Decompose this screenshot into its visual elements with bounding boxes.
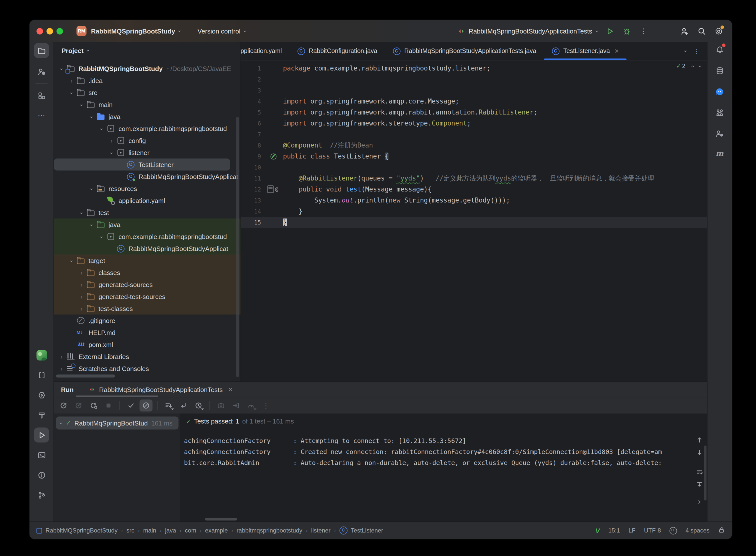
rerun-failed-tests-button[interactable] [72,399,85,412]
encoding-widget[interactable]: UTF-8 [644,527,661,534]
chevron-right-icon[interactable]: › [76,281,87,288]
scroll-up-button[interactable] [695,436,704,445]
tree-row[interactable]: HELP.md [54,326,241,339]
breadcrumb-item[interactable]: rabbitmqspringbootstudy [237,527,302,534]
tree-row[interactable]: TestListener [54,159,230,171]
tree-row[interactable]: ›java [54,218,241,231]
inspections-widget[interactable]: ✓2 › › [676,63,701,69]
breadcrumb-item[interactable]: RabbitMQSpringBootStudy [45,527,117,534]
breadcrumb-item[interactable]: main [143,527,156,534]
structure-tool-button[interactable] [34,88,49,103]
tree-row[interactable]: ›listener [54,146,241,159]
breadcrumb-item[interactable]: TestListener [351,527,383,534]
code-line[interactable]: 14 } [241,206,707,217]
code-line[interactable]: 6import org.springframework.stereotype.C… [241,118,707,129]
tree-row[interactable]: application.yaml [54,195,241,207]
sort-alphabetically-button[interactable] [162,399,175,412]
inspections-face-icon[interactable] [669,527,677,534]
console-horizontal-scrollbar[interactable] [205,518,237,521]
chevron-right-icon[interactable]: › [57,365,67,372]
close-window-button[interactable] [36,28,43,34]
run-console[interactable]: ✓ Tests passed: 1 of 1 test – 161 ms ach… [181,414,707,522]
database-tool-button[interactable] [712,63,727,78]
previous-problem-button[interactable]: › [689,65,695,67]
chevron-down-icon[interactable]: › [76,101,87,108]
chevron-down-icon[interactable]: › [87,221,97,228]
code-line[interactable]: 5import org.springframework.amqp.rabbit.… [241,107,707,118]
chevron-right-icon[interactable]: › [76,305,87,312]
editor-tab[interactable]: RabbitMqSpringBootStudyApplicationTests.… [385,42,544,60]
test-history-gauge-button[interactable] [244,399,257,412]
sort-by-duration-button[interactable] [192,399,205,412]
chevron-down-icon[interactable]: › [57,65,67,72]
gradle-tool-button[interactable] [712,105,727,120]
readonly-lock-icon[interactable] [718,526,725,535]
chevron-right-icon[interactable]: › [57,353,67,360]
tree-row[interactable]: ›com.example.rabbitmqspringbootstud [54,231,241,243]
chevron-down-icon[interactable]: › [106,149,116,156]
chevron-down-icon[interactable]: › [97,125,106,132]
breadcrumb-item[interactable]: listener [311,527,331,534]
code-line[interactable]: 12@ public void test(Message message){ [241,184,707,195]
code-line[interactable]: 1package com.example.rabbitmqspringboots… [241,63,707,74]
tree-row[interactable]: ›target [54,254,241,267]
code-editor[interactable]: 1package com.example.rabbitmqspringboots… [241,61,707,382]
tree-row[interactable]: ›main [54,99,241,110]
vim-mode-widget[interactable]: V [595,527,600,534]
tree-row[interactable]: ›classes [54,267,241,278]
chevron-right-icon[interactable]: › [67,77,76,84]
code-line[interactable]: 10 [241,162,707,173]
console-vertical-scrollbar[interactable] [704,446,707,500]
line-separator-widget[interactable]: LF [628,527,635,534]
zoom-window-button[interactable] [57,28,63,34]
editor-tab[interactable]: RabbitConfiguration.java [289,42,385,60]
run-tab-scrollbar[interactable] [76,395,158,397]
tree-row[interactable]: ›RabbitMQSpringBootStudy~/Desktop/CS/Jav… [54,63,241,74]
more-tools-button[interactable]: ⋯ [34,108,49,123]
notifications-button[interactable] [712,42,727,57]
ai-assistant-tool-button[interactable] [712,84,727,99]
tree-row[interactable]: ›.idea [54,74,241,86]
rabbit-listener-gutter-icon[interactable]: @ [268,185,278,193]
search-everywhere-button[interactable] [695,25,708,37]
show-passed-button[interactable] [125,399,137,412]
close-tab-icon[interactable]: ✕ [614,48,619,54]
code-line[interactable]: 15} [241,217,707,228]
more-actions-button[interactable]: ⋮ [637,25,650,37]
chevron-down-icon[interactable]: › [87,113,97,120]
test-suite-row[interactable]: › ✓ RabbitMqSpringBootStud 161 ms [56,417,178,429]
code-with-me-button[interactable] [678,25,691,37]
breadcrumb-item[interactable]: src [127,527,135,534]
spring-bean-icon[interactable] [271,153,276,160]
chevron-down-icon[interactable]: › [67,89,76,96]
tree-row[interactable]: ›generated-sources [54,278,241,290]
chevron-right-icon[interactable]: › [76,269,87,276]
code-line[interactable]: 7 [241,129,707,140]
scroll-to-end-button[interactable] [695,480,704,489]
build-tool-button[interactable] [34,408,49,422]
code-line[interactable]: 4import org.springframework.amqp.core.Me… [241,96,707,107]
expand-console-button[interactable] [695,497,704,507]
terminal-tool-button[interactable] [34,448,49,462]
version-control-tool-button[interactable] [34,487,49,502]
chevron-right-icon[interactable]: › [76,293,87,300]
show-ignored-button[interactable] [139,399,152,412]
next-problem-button[interactable]: › [697,65,703,67]
tree-row[interactable]: ›External Libraries [54,350,241,362]
code-line[interactable]: 8@Component //注册为Bean [241,140,707,151]
code-line[interactable]: 2 [241,74,707,85]
chevron-down-icon[interactable]: › [67,257,76,264]
editor-tab[interactable]: TestListener.java✕ [544,42,626,60]
tree-row[interactable]: .gitignore [54,314,241,326]
tree-row[interactable]: ›com.example.rabbitmqspringbootstud [54,123,241,135]
maven-tool-button[interactable]: m [712,146,727,161]
code-review-tool-button[interactable] [712,126,727,141]
close-session-icon[interactable]: ✕ [228,386,233,393]
tab-options-button[interactable]: ⋮ [693,47,700,55]
version-control-menu[interactable]: Version control [198,27,241,35]
tree-row[interactable]: RabbitMqSpringBootStudyApplicat [54,171,241,182]
tree-row[interactable]: ›src [54,86,241,99]
tree-row[interactable]: ›test-classes [54,303,241,314]
breadcrumb-item[interactable]: com [185,527,196,534]
toggle-auto-test-button[interactable] [87,399,100,412]
